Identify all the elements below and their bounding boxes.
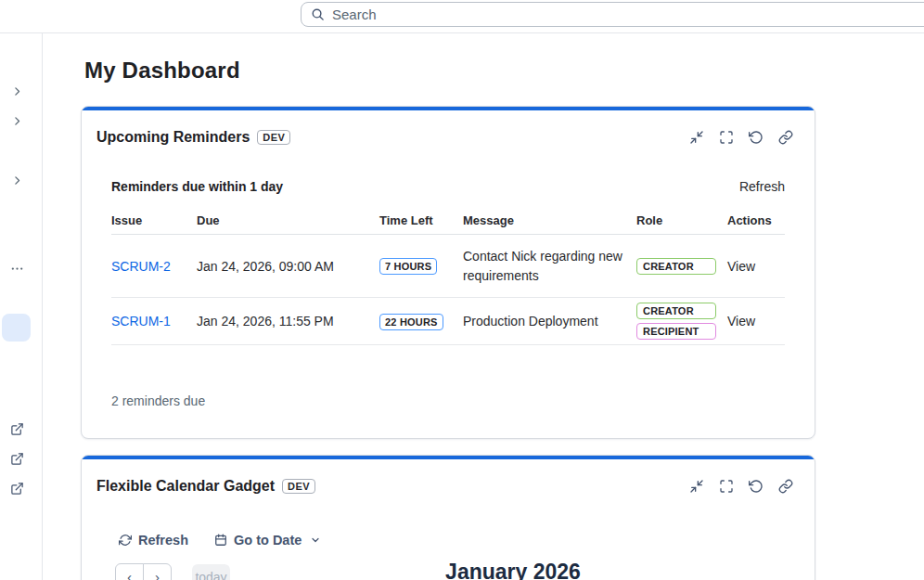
sidebar-external-link-3[interactable] [5,477,29,499]
search-box[interactable] [301,2,924,27]
search-input[interactable] [332,6,921,22]
sidebar-more-button[interactable] [5,257,29,279]
reminders-section-row: Reminders due within 1 day Refresh [111,178,785,195]
column-header-time-left: Time Left [379,213,463,227]
reminders-refresh-button[interactable]: Refresh [739,179,785,194]
column-header-issue: Issue [111,213,197,227]
reminders-table: Issue Due Time Left Message Role Actions… [111,210,785,345]
issue-link[interactable]: SCRUM-1 [111,314,171,329]
minimize-icon [689,130,704,145]
column-header-message: Message [463,213,636,227]
reminders-section-title: Reminders due within 1 day [111,179,283,194]
calendar-month-title: January 2026 [406,560,620,580]
time-left-badge: 7 HOURS [379,258,437,275]
dev-badge: DEV [257,130,290,145]
role-badge-creator: CREATOR [636,258,716,275]
message-cell: Contact Nick regarding new requirements [463,249,622,282]
calendar-refresh-button[interactable]: Refresh [119,533,188,548]
calendar-refresh-label: Refresh [138,533,188,548]
calendar-next-button[interactable]: › [143,563,172,580]
calendar-toolbar: Refresh Go to Date [119,526,321,554]
refresh-cw-icon [119,534,132,547]
go-to-date-label: Go to Date [234,533,302,548]
calendar-icon [214,534,227,547]
left-sidebar [0,33,43,580]
column-header-actions: Actions [727,213,785,227]
sidebar-external-link-2[interactable] [5,447,29,470]
fullscreen-icon [719,130,734,145]
calendar-prev-button[interactable]: ‹ [115,563,144,580]
collapse-gadget-button[interactable] [689,130,704,145]
message-cell: Production Deployment [463,314,598,329]
top-navigation-bar [0,0,924,33]
link-icon [778,130,793,145]
gadget-actions [689,459,793,513]
maximize-gadget-button[interactable] [719,479,734,494]
copy-link-button[interactable] [778,479,793,494]
role-badge-recipient: RECIPIENT [636,323,716,340]
link-icon [778,479,793,494]
table-row: SCRUM-2 Jan 24, 2026, 09:00 AM 7 HOURS C… [111,235,785,298]
chevron-down-icon [310,535,321,546]
table-row: SCRUM-1 Jan 24, 2026, 11:55 PM 22 HOURS … [111,298,785,345]
refresh-icon [749,130,764,145]
maximize-gadget-button[interactable] [719,130,734,145]
gadget-actions [689,110,793,164]
calendar-nav-group: ‹ › [115,563,172,580]
due-cell: Jan 24, 2026, 09:00 AM [197,259,379,274]
chevron-right-icon [11,174,23,187]
ellipsis-icon [10,262,24,276]
gadget-flexible-calendar: Flexible Calendar Gadget DEV [81,455,815,580]
gadget-upcoming-reminders: Upcoming Reminders DEV [81,106,815,439]
app-window: My Dashboard Upcoming Reminders DEV [0,0,924,580]
search-icon [311,7,325,21]
reminders-table-header: Issue Due Time Left Message Role Actions [111,210,785,235]
external-link-icon [10,422,24,436]
external-link-icon [10,452,24,466]
column-header-role: Role [636,213,727,227]
issue-link[interactable]: SCRUM-2 [111,259,171,274]
minimize-icon [689,479,704,494]
sidebar-expand-item-3[interactable] [5,169,29,191]
view-button[interactable]: View [727,259,755,274]
sidebar-external-link-1[interactable] [5,418,29,440]
fullscreen-icon [719,479,734,494]
go-to-date-button[interactable]: Go to Date [214,533,321,548]
external-link-icon [10,482,24,496]
column-header-due: Due [197,213,379,227]
sidebar-selected-item[interactable] [2,314,31,342]
chevron-right-icon [11,115,23,127]
gadget-title: Upcoming Reminders [96,129,250,146]
chevron-right-icon [11,85,23,97]
dev-badge: DEV [282,479,315,494]
copy-link-button[interactable] [778,130,793,145]
due-cell: Jan 24, 2026, 11:55 PM [197,314,379,329]
refresh-gadget-button[interactable] [749,479,764,494]
refresh-icon [749,479,764,494]
sidebar-expand-item-2[interactable] [5,110,29,132]
reminders-count-text: 2 reminders due [111,393,205,408]
calendar-today-button[interactable]: today [192,564,230,580]
gadget-title: Flexible Calendar Gadget [96,478,275,495]
role-badge-creator: CREATOR [636,303,716,319]
page-title: My Dashboard [84,58,240,84]
view-button[interactable]: View [727,314,755,329]
time-left-badge: 22 HOURS [379,314,443,330]
collapse-gadget-button[interactable] [689,479,704,494]
refresh-gadget-button[interactable] [749,130,764,145]
sidebar-expand-item-1[interactable] [5,80,29,102]
